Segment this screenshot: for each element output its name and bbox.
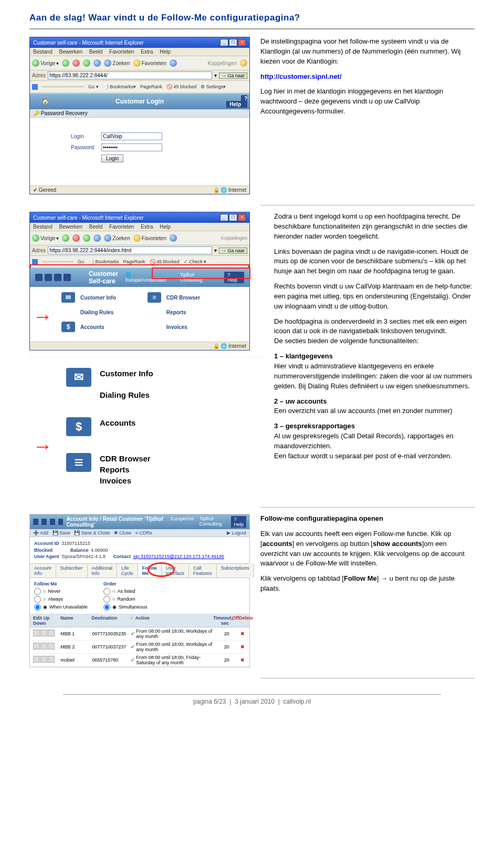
menu-dialing-rules[interactable]: .Dialing Rules — [61, 307, 116, 317]
up-icon[interactable] — [40, 630, 47, 636]
address-input[interactable] — [48, 71, 212, 79]
go-button[interactable]: → Ga naar — [219, 73, 247, 79]
home-button[interactable] — [93, 59, 101, 67]
address-dropdown-icon[interactable]: ▾ — [214, 73, 217, 78]
menu-item[interactable]: Bewerken — [59, 224, 82, 230]
add-button[interactable]: ➕ Add — [33, 530, 48, 535]
password-recovery-link[interactable]: 🔑 Password Recovery — [33, 110, 88, 116]
google-search-input[interactable] — [42, 86, 84, 87]
menu-accounts[interactable]: $Accounts — [61, 322, 116, 332]
google-go-button[interactable]: Go ▾ — [88, 84, 99, 89]
maximize-icon[interactable]: □ — [229, 214, 237, 221]
menu-item[interactable]: Help — [160, 49, 171, 55]
menu-item[interactable]: Help — [160, 224, 171, 230]
stop-button[interactable] — [72, 234, 80, 242]
menu-cdr[interactable]: ≡CDR Browser — [148, 292, 200, 303]
table-row: MBB 2 0077710037237 ✔ From 08:00 until 1… — [30, 641, 249, 654]
tab[interactable]: Additional Info — [88, 564, 118, 578]
refresh-button[interactable] — [83, 234, 90, 242]
tab[interactable]: Life Cycle — [117, 564, 138, 578]
search-button[interactable]: Zoeken — [104, 234, 130, 242]
menu-item[interactable]: Extra — [141, 49, 153, 55]
login-button[interactable]: Login — [101, 154, 123, 162]
delete-icon[interactable]: ✖ — [239, 657, 246, 663]
radio-random[interactable]: ○ Random — [103, 596, 148, 603]
followme-heading: Follow-me configuratiepagina openen — [260, 514, 383, 522]
address-input[interactable] — [48, 246, 212, 254]
close-button[interactable]: ✖ Close — [114, 530, 132, 535]
search-button[interactable]: Zoeken — [104, 59, 130, 67]
close-icon[interactable]: × — [238, 214, 246, 221]
customer-url-link[interactable]: http://customer.sipnl.net/ — [260, 73, 342, 80]
menu-item[interactable]: Favorieten — [109, 224, 134, 230]
menu-item[interactable]: Bestand — [33, 49, 52, 55]
tz-link[interactable]: Europe/Am — [171, 516, 194, 528]
help-button[interactable]: ? Help — [224, 272, 244, 283]
nav-icon[interactable] — [64, 274, 71, 281]
nav-icon[interactable] — [58, 519, 64, 525]
save-button[interactable]: 💾 Save — [52, 530, 70, 535]
nav-icon[interactable] — [50, 519, 55, 525]
password-input[interactable] — [101, 143, 162, 151]
cdrs-button[interactable]: ≡ CDRs — [135, 530, 152, 535]
divider — [29, 28, 475, 29]
tab-follow-me[interactable]: Follow Me — [138, 564, 162, 578]
nav-icon[interactable] — [45, 274, 52, 281]
menu-item[interactable]: Beeld — [89, 49, 103, 55]
radio-always[interactable]: ○ Always — [34, 596, 88, 603]
save-close-button[interactable]: 💾 Save & Close — [74, 530, 110, 535]
media-button[interactable] — [170, 234, 177, 242]
forward-button[interactable] — [62, 234, 69, 242]
stop-button[interactable] — [72, 59, 80, 67]
help-button[interactable]: ? Help — [226, 95, 247, 108]
list-icon — [66, 453, 91, 472]
back-button[interactable]: Vorige ▾ — [32, 59, 59, 67]
minimize-icon[interactable]: _ — [220, 39, 228, 46]
close-icon[interactable]: × — [238, 39, 246, 46]
menu-reports[interactable]: .Reports — [148, 307, 200, 317]
menu-item[interactable]: Favorieten — [109, 49, 134, 55]
pagerank-button[interactable]: PageRank — [140, 84, 162, 89]
help-button[interactable]: ? Help — [231, 516, 246, 528]
delete-icon[interactable]: ✖ — [239, 631, 246, 636]
settings-button[interactable]: ⚙ Settings▾ — [201, 84, 226, 89]
login-input[interactable] — [101, 132, 162, 140]
tab[interactable]: User Interface — [162, 564, 189, 578]
media-button[interactable] — [170, 59, 177, 67]
forward-button[interactable] — [62, 59, 69, 67]
down-icon[interactable] — [48, 630, 55, 636]
blocked-button[interactable]: 🚫 45 blocked — [166, 84, 196, 89]
tab[interactable]: Call Features — [189, 564, 217, 578]
menu-item[interactable]: Extra — [141, 224, 153, 230]
menu-item[interactable]: Beeld — [89, 224, 103, 230]
radio-never[interactable]: ○ Never — [34, 588, 88, 595]
menu-item[interactable]: Bewerken — [59, 49, 82, 55]
minimize-icon[interactable]: _ — [220, 214, 228, 221]
radio-listed[interactable]: ○ As listed — [103, 588, 148, 595]
delete-icon[interactable]: ✖ — [239, 644, 246, 650]
go-button[interactable]: → Ga naar — [219, 248, 247, 254]
nav-icon[interactable] — [41, 519, 47, 525]
menu-customer-info[interactable]: ✉Customer Info — [61, 292, 116, 303]
radio-simul[interactable]: ◉ Simultaneous — [103, 604, 148, 611]
nav-icon[interactable] — [35, 274, 43, 281]
tab[interactable]: Account Info — [30, 564, 56, 578]
menu-item[interactable]: Bestand — [33, 224, 52, 230]
favorites-button[interactable]: Favorieten — [133, 234, 166, 242]
tab[interactable]: Subscriber — [56, 564, 88, 578]
nav-icon[interactable] — [54, 274, 61, 281]
bookmarks-button[interactable]: 📑 Bookmarks▾ — [103, 84, 136, 89]
back-button[interactable]: Vorige ▾ — [32, 234, 59, 242]
nav-icon[interactable] — [33, 519, 38, 525]
radio-unavailable[interactable]: ◉ When Unavailable — [34, 604, 88, 611]
edit-icon[interactable] — [33, 630, 40, 636]
tab[interactable]: Subscriptions — [217, 564, 254, 578]
tz-link[interactable]: 🌐 Europe/Amsterdam — [125, 272, 173, 283]
maximize-icon[interactable]: □ — [229, 39, 237, 46]
logout-button[interactable]: ▶ Logout — [227, 530, 246, 535]
favorites-button[interactable]: Favorieten — [133, 59, 166, 67]
refresh-button[interactable] — [83, 59, 90, 67]
menu-invoices[interactable]: .Invoices — [148, 322, 200, 332]
home-button[interactable] — [93, 234, 101, 242]
home-icon[interactable]: 🏠 — [32, 98, 58, 105]
